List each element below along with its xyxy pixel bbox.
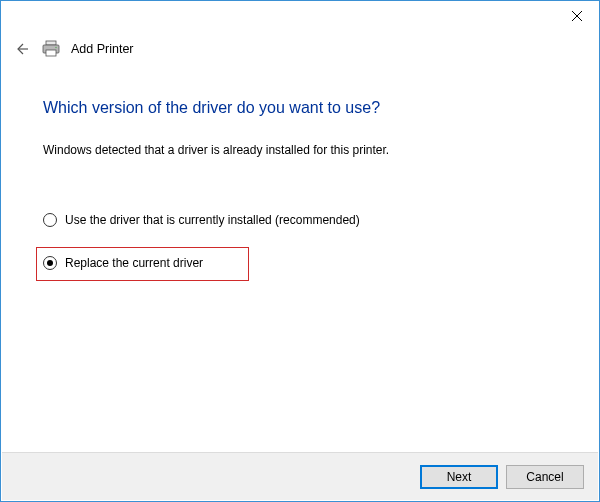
radio-use-current[interactable]: Use the driver that is currently install… bbox=[43, 211, 557, 229]
back-arrow-icon bbox=[13, 41, 29, 57]
svg-point-6 bbox=[55, 47, 57, 49]
radio-icon bbox=[43, 256, 57, 270]
page-subtext: Windows detected that a driver is alread… bbox=[43, 143, 557, 157]
highlight-box: Replace the current driver bbox=[36, 247, 249, 281]
close-icon bbox=[572, 11, 582, 21]
header-row: Add Printer bbox=[1, 35, 599, 59]
driver-option-group: Use the driver that is currently install… bbox=[43, 211, 557, 281]
next-button[interactable]: Next bbox=[420, 465, 498, 489]
back-button[interactable] bbox=[11, 39, 31, 59]
svg-rect-5 bbox=[46, 50, 56, 56]
close-button[interactable] bbox=[555, 1, 599, 31]
titlebar bbox=[1, 1, 599, 35]
radio-label: Use the driver that is currently install… bbox=[65, 213, 360, 227]
window-title: Add Printer bbox=[71, 42, 134, 56]
radio-label: Replace the current driver bbox=[65, 256, 203, 270]
cancel-button[interactable]: Cancel bbox=[506, 465, 584, 489]
content-area: Which version of the driver do you want … bbox=[1, 59, 599, 281]
radio-icon bbox=[43, 213, 57, 227]
page-heading: Which version of the driver do you want … bbox=[43, 99, 557, 117]
svg-rect-3 bbox=[46, 41, 56, 45]
radio-dot-icon bbox=[47, 260, 53, 266]
printer-icon bbox=[41, 40, 61, 58]
footer: Next Cancel bbox=[2, 452, 598, 500]
radio-replace[interactable]: Replace the current driver bbox=[43, 256, 242, 270]
